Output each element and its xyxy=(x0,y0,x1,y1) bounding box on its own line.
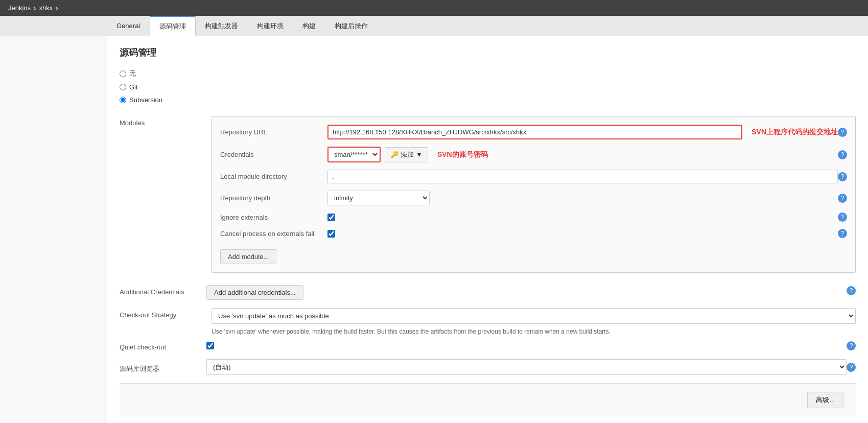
repo-url-control: http://192.168.150.128/XHKX/Branch_ZHJDW… xyxy=(327,125,838,139)
cancel-process-inner: Cancel process on externals fail xyxy=(220,230,838,238)
tab-scm[interactable]: 源码管理 xyxy=(150,16,196,36)
bottom-toolbar: 高级... xyxy=(120,383,856,416)
repo-depth-select[interactable]: infinity empty files immediates xyxy=(327,191,430,205)
repo-depth-inner: Repository depth infinity empty files im… xyxy=(220,191,838,205)
key-icon: 🔑 xyxy=(390,151,398,158)
nav-sep1: › xyxy=(34,4,36,12)
radio-none[interactable]: 无 xyxy=(120,69,856,78)
add-additional-credentials-button[interactable]: Add additional credentials... xyxy=(206,285,303,300)
radio-none-label: 无 xyxy=(129,69,136,78)
checkout-strategy-select[interactable]: Use 'svn update' as much as possible Alw… xyxy=(212,308,856,324)
add-credentials-label: 添加 xyxy=(401,150,414,159)
modules-section: Modules Repository URL http://192.168.15… xyxy=(120,116,856,273)
local-dir-input[interactable]: . xyxy=(327,170,838,183)
radio-none-input[interactable] xyxy=(120,70,126,77)
radio-subversion-input[interactable] xyxy=(120,97,126,103)
repo-url-input[interactable]: http://192.168.150.128/XHKX/Branch_ZHJDW… xyxy=(327,125,742,139)
credentials-help-icon[interactable]: ? xyxy=(838,150,847,159)
checkout-strategy-content: Use 'svn update' as much as possible Alw… xyxy=(212,308,856,336)
additional-credentials-label: Additional Credentials xyxy=(120,285,201,296)
credentials-row: Credentials sman/****** 🔑 添加 ▼ xyxy=(220,147,847,162)
local-dir-help-icon[interactable]: ? xyxy=(838,172,847,181)
ignore-externals-control xyxy=(327,214,838,221)
checkout-strategy-label: Check-out Strategy xyxy=(120,308,201,319)
repo-url-row: Repository URL http://192.168.150.128/XH… xyxy=(220,125,847,139)
local-dir-row: Local module directory . ? xyxy=(220,170,847,183)
credentials-control: sman/****** 🔑 添加 ▼ SVN的账号密码 xyxy=(327,147,838,162)
nav-jenkins[interactable]: Jenkins xyxy=(8,4,31,12)
repo-url-annotation: SVN上程序代码的提交地址 xyxy=(752,128,838,137)
tab-post[interactable]: 构建后操作 xyxy=(325,16,378,36)
quiet-checkout-inner: Quiet check-out xyxy=(120,340,847,351)
browser-inner: 源码库浏览器 (自动) Assembla CollabNet FishEye V… xyxy=(120,359,847,375)
credentials-inner: Credentials sman/****** 🔑 添加 ▼ xyxy=(220,147,838,162)
checkout-strategy-row: Check-out Strategy Use 'svn update' as m… xyxy=(120,308,856,336)
cancel-process-checkbox[interactable] xyxy=(327,230,335,238)
tab-general[interactable]: General xyxy=(107,17,150,35)
radio-git[interactable]: Git xyxy=(120,83,856,91)
cancel-process-help-icon[interactable]: ? xyxy=(838,229,847,238)
tabs-bar: General 源码管理 构建触发器 构建环境 构建 构建后操作 xyxy=(0,16,868,36)
cancel-process-label: Cancel process on externals fail xyxy=(220,230,322,238)
repo-depth-help-icon[interactable]: ? xyxy=(838,194,847,203)
radio-git-input[interactable] xyxy=(120,84,126,90)
content-area: 源码管理 无 Git Subversion Modules xyxy=(107,36,868,423)
local-dir-control: . xyxy=(327,170,838,183)
additional-credentials-help-icon[interactable]: ? xyxy=(847,286,856,295)
browser-row: 源码库浏览器 (自动) Assembla CollabNet FishEye V… xyxy=(120,359,856,375)
breadcrumb: Jenkins › xhkx › xyxy=(0,0,868,16)
credentials-select[interactable]: sman/****** xyxy=(329,148,379,161)
radio-subversion[interactable]: Subversion xyxy=(120,96,856,104)
local-dir-label: Local module directory xyxy=(220,173,322,180)
cancel-process-row: Cancel process on externals fail ? xyxy=(220,229,847,238)
repo-url-label: Repository URL xyxy=(220,128,322,136)
quiet-checkout-checkbox[interactable] xyxy=(206,342,214,349)
repo-depth-label: Repository depth xyxy=(220,194,322,202)
ignore-externals-checkbox[interactable] xyxy=(327,214,335,221)
page-title: 源码管理 xyxy=(120,46,856,59)
browser-help-icon[interactable]: ? xyxy=(847,363,856,372)
modules-box: Repository URL http://192.168.150.128/XH… xyxy=(212,116,856,273)
credentials-select-wrap: sman/****** xyxy=(327,147,381,162)
additional-credentials-row: Additional Credentials Add additional cr… xyxy=(120,281,856,300)
modules-label: Modules xyxy=(120,116,201,273)
repo-depth-row: Repository depth infinity empty files im… xyxy=(220,191,847,205)
advanced-button[interactable]: 高级... xyxy=(807,392,843,408)
repo-url-inner: Repository URL http://192.168.150.128/XH… xyxy=(220,125,838,139)
sidebar xyxy=(0,36,107,423)
ignore-externals-row: Ignore externals ? xyxy=(220,213,847,222)
scm-radio-group: 无 Git Subversion xyxy=(120,69,856,104)
nav-sep2: › xyxy=(56,4,58,12)
credentials-annotation: SVN的账号密码 xyxy=(437,150,488,159)
add-chevron-icon: ▼ xyxy=(416,151,423,158)
radio-subversion-label: Subversion xyxy=(129,96,162,104)
tab-build[interactable]: 构建 xyxy=(293,16,325,36)
tab-env[interactable]: 构建环境 xyxy=(248,16,293,36)
quiet-checkout-help-icon[interactable]: ? xyxy=(847,341,856,350)
repo-depth-control: infinity empty files immediates xyxy=(327,191,838,205)
tab-triggers[interactable]: 构建触发器 xyxy=(196,16,248,36)
nav-xhkx[interactable]: xhkx xyxy=(39,4,53,12)
browser-select[interactable]: (自动) Assembla CollabNet FishEye ViewSVN xyxy=(206,359,847,375)
ignore-externals-label: Ignore externals xyxy=(220,214,322,221)
checkout-strategy-desc: Use 'svn update' whenever possible, maki… xyxy=(212,327,856,336)
local-dir-inner: Local module directory . xyxy=(220,170,838,183)
cancel-process-control xyxy=(327,230,838,238)
credentials-label: Credentials xyxy=(220,151,322,158)
ignore-externals-help-icon[interactable]: ? xyxy=(838,213,847,222)
quiet-checkout-label: Quiet check-out xyxy=(120,340,201,351)
add-credentials-button[interactable]: 🔑 添加 ▼ xyxy=(385,147,428,162)
additional-credentials-inner: Additional Credentials Add additional cr… xyxy=(120,281,847,300)
main-layout: 源码管理 无 Git Subversion Modules xyxy=(0,36,868,423)
browser-label: 源码库浏览器 xyxy=(120,361,201,373)
add-module-button[interactable]: Add module... xyxy=(220,249,276,264)
radio-git-label: Git xyxy=(129,83,138,91)
ignore-externals-inner: Ignore externals xyxy=(220,214,838,221)
quiet-checkout-row: Quiet check-out ? xyxy=(120,340,856,351)
repo-url-help-icon[interactable]: ? xyxy=(838,128,847,137)
